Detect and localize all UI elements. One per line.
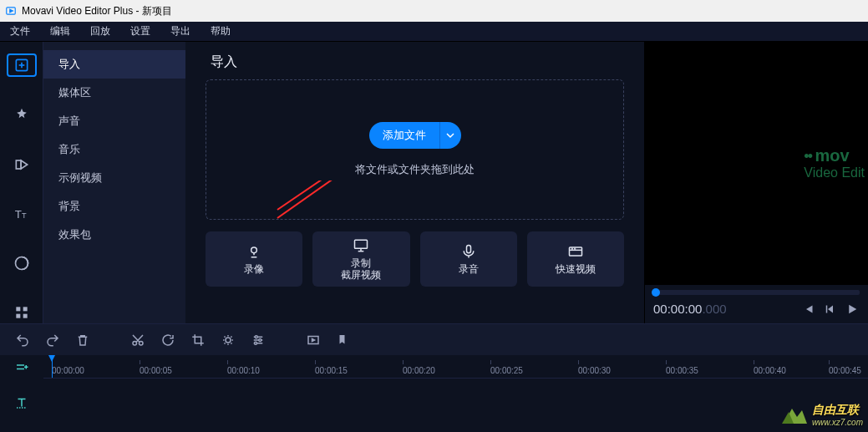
menu-file[interactable]: 文件 <box>0 24 40 38</box>
svg-rect-12 <box>16 313 20 318</box>
app-icon <box>5 5 17 17</box>
crop-button[interactable] <box>190 333 206 348</box>
screen-icon <box>353 237 369 254</box>
ruler-tick: 00:00:15 <box>315 360 348 375</box>
svg-text:T: T <box>14 208 21 221</box>
nav-item-backgrounds[interactable]: 背景 <box>43 192 185 221</box>
quick-video-button[interactable]: 快速视频 <box>527 231 624 287</box>
nav-item-sounds[interactable]: 声音 <box>43 107 185 135</box>
timeline-toolbar <box>0 323 868 355</box>
timeline: 00:00:00 00:00:05 00:00:10 00:00:15 00:0… <box>0 355 868 432</box>
quickvideo-icon <box>567 243 584 260</box>
menubar: 文件 编辑 回放 设置 导出 帮助 <box>0 22 868 42</box>
menu-settings[interactable]: 设置 <box>120 24 160 38</box>
adjust-button[interactable] <box>251 333 266 348</box>
menu-edit[interactable]: 编辑 <box>40 24 80 38</box>
undo-button[interactable] <box>15 333 30 348</box>
capture-audio-label: 录音 <box>459 263 479 275</box>
play-button[interactable] <box>845 302 860 317</box>
marker-button[interactable] <box>336 333 351 348</box>
ruler-tick: 00:00:05 <box>140 360 172 375</box>
ruler-tick: 00:00:45 <box>829 360 861 375</box>
svg-point-25 <box>571 248 572 249</box>
menu-help[interactable]: 帮助 <box>201 24 241 38</box>
cut-button[interactable] <box>130 333 145 348</box>
capture-camera-label: 录像 <box>244 263 264 275</box>
add-track-button[interactable] <box>14 360 29 375</box>
step-back-button[interactable] <box>823 302 838 317</box>
add-files-dropdown[interactable] <box>439 122 461 149</box>
capture-camera-button[interactable]: 录像 <box>206 231 302 287</box>
delete-button[interactable] <box>75 333 90 348</box>
drop-hint: 将文件或文件夹拖到此处 <box>355 162 475 177</box>
timecode: 00:00:00.000 <box>653 302 727 317</box>
timeline-body[interactable]: 00:00:00 00:00:05 00:00:10 00:00:15 00:0… <box>43 355 868 432</box>
svg-rect-27 <box>826 306 828 313</box>
svg-marker-6 <box>21 160 27 169</box>
capture-screen-button[interactable]: 录制截屏视频 <box>312 231 409 287</box>
svg-rect-13 <box>23 313 27 318</box>
rotate-button[interactable] <box>160 333 175 348</box>
svg-rect-5 <box>16 160 21 169</box>
tool-strip: TT <box>0 42 43 323</box>
preview-controls: 00:00:00.000 <box>645 298 868 323</box>
svg-point-30 <box>226 338 231 343</box>
nav-item-import[interactable]: 导入 <box>43 50 185 79</box>
svg-rect-11 <box>23 307 27 311</box>
capture-screen-label: 录制截屏视频 <box>341 257 381 282</box>
timeline-tracks[interactable] <box>43 379 868 432</box>
camera-icon <box>246 243 262 260</box>
preview-seekbar[interactable] <box>653 290 860 295</box>
svg-rect-19 <box>355 240 368 248</box>
nav-item-effectpacks[interactable]: 效果包 <box>43 221 185 249</box>
tool-more[interactable] <box>7 301 37 323</box>
transition-wizard-button[interactable] <box>306 333 321 348</box>
tool-stickers[interactable] <box>7 252 37 274</box>
ruler-tick: 00:00:00 <box>52 360 84 375</box>
svg-point-28 <box>133 341 137 345</box>
preview-viewport: •• mov Video Edit <box>645 42 868 285</box>
color-button[interactable] <box>221 333 236 348</box>
import-panel: 导入 添加文件 将文件或文件夹拖到此处 录像 <box>185 42 644 323</box>
panel-title: 导入 <box>206 53 624 71</box>
drop-zone[interactable]: 添加文件 将文件或文件夹拖到此处 <box>206 79 624 220</box>
text-track-button[interactable] <box>14 395 29 410</box>
svg-line-14 <box>277 180 390 218</box>
svg-rect-22 <box>466 245 470 252</box>
redo-button[interactable] <box>45 333 60 348</box>
svg-rect-10 <box>16 307 20 311</box>
prev-frame-button[interactable] <box>801 302 816 317</box>
add-files-button[interactable]: 添加文件 <box>369 122 461 149</box>
timeline-ruler[interactable]: 00:00:00 00:00:05 00:00:10 00:00:15 00:0… <box>43 355 868 379</box>
menu-playback[interactable]: 回放 <box>80 24 120 38</box>
ruler-tick: 00:00:10 <box>227 360 260 375</box>
annotation-arrow <box>273 180 398 222</box>
svg-point-36 <box>255 342 257 344</box>
svg-point-26 <box>575 248 576 249</box>
svg-point-18 <box>251 247 257 253</box>
playhead[interactable] <box>52 355 53 378</box>
tool-filters[interactable] <box>7 104 37 126</box>
svg-marker-1 <box>10 9 13 13</box>
nav-item-media[interactable]: 媒体区 <box>43 79 185 107</box>
tool-import[interactable] <box>7 53 37 77</box>
tool-titles[interactable]: TT <box>7 202 37 225</box>
svg-line-16 <box>277 180 382 210</box>
window-title: Movavi Video Editor Plus - 新项目 <box>22 4 172 18</box>
watermark-logo-icon <box>780 404 809 427</box>
ruler-tick: 00:00:40 <box>754 360 786 375</box>
capture-audio-button[interactable]: 录音 <box>420 231 517 287</box>
tool-transitions[interactable] <box>7 153 37 175</box>
ruler-tick: 00:00:25 <box>490 360 523 375</box>
add-files-label: 添加文件 <box>369 128 439 143</box>
menu-export[interactable]: 导出 <box>160 24 201 38</box>
nav-item-music[interactable]: 音乐 <box>43 135 185 164</box>
nav-item-samplevideo[interactable]: 示例视频 <box>43 164 185 192</box>
ruler-tick: 00:00:30 <box>578 360 611 375</box>
ruler-tick: 00:00:35 <box>666 360 698 375</box>
mic-icon <box>460 243 477 260</box>
site-watermark: 自由互联 www.xz7.com <box>780 403 863 427</box>
seek-knob[interactable] <box>652 288 660 297</box>
svg-point-34 <box>255 335 257 338</box>
timeline-left-controls <box>0 355 43 432</box>
